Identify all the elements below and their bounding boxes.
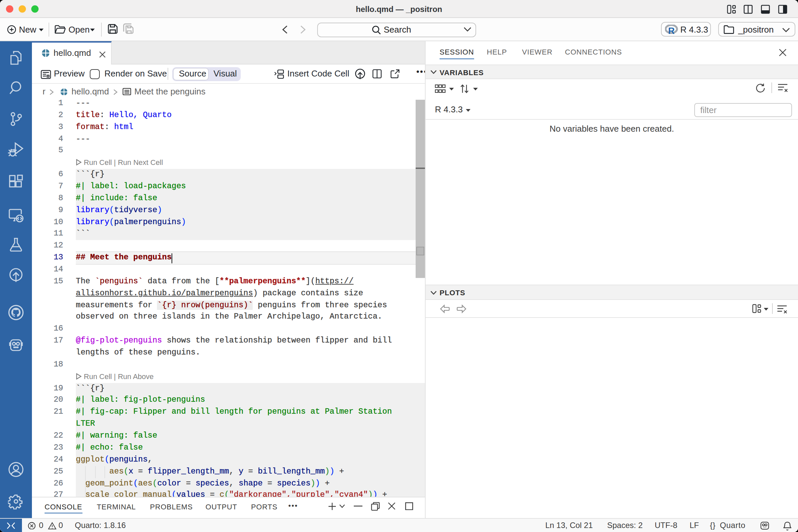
svg-text:R: R	[668, 25, 675, 34]
